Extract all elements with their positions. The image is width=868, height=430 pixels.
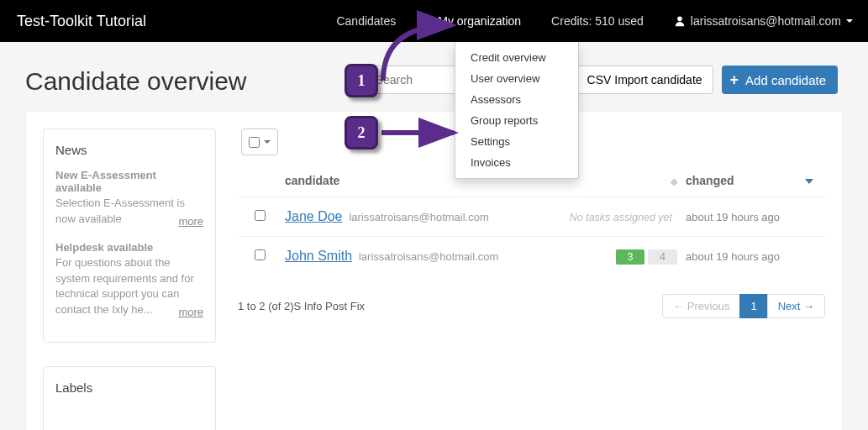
news-item: Helpdesk available For questions about t… [55,241,203,318]
candidate-name-link[interactable]: Jane Doe [285,209,343,223]
candidate-email: larissatroisans@hotmail.com [359,250,498,263]
sort-desc-icon [805,179,813,184]
my-organization-dropdown: Credit overview User overview Assessors … [455,42,579,179]
dropdown-group-reports[interactable]: Group reports [455,110,578,131]
page-next[interactable]: Next → [767,294,825,318]
bulk-select[interactable] [241,128,278,155]
page-prev[interactable]: ← Previous [662,294,740,318]
plus-icon: + [730,72,739,87]
callout-2: 2 [345,116,378,149]
content-card: News New E-Assessment available Selectio… [25,111,843,430]
page-1[interactable]: 1 [739,294,767,318]
news-item-title: New E-Assessment available [55,169,203,194]
nav-user[interactable]: larissatroisans@hotmail.com [659,0,868,42]
arrow-2 [381,126,466,143]
row-checkbox[interactable] [255,249,266,260]
dropdown-assessors[interactable]: Assessors [455,89,578,110]
bulk-select-checkbox[interactable] [249,137,260,148]
csv-import-button[interactable]: CSV Import candidate [576,66,713,94]
table-footer: 1 to 2 (of 2)S Info Post Fix ← Previous … [238,294,825,318]
news-more-link[interactable]: more [178,306,203,318]
left-column: News New E-Assessment available Selectio… [43,128,216,430]
table-row: John Smith larissatroisans@hotmail.com 3… [238,236,825,275]
candidate-name-link[interactable]: John Smith [285,249,352,263]
nav-credits[interactable]: Credits: 510 used [536,0,659,42]
news-panel: News New E-Assessment available Selectio… [43,128,216,343]
candidate-email: larissatroisans@hotmail.com [349,211,488,223]
dropdown-settings[interactable]: Settings [455,131,578,152]
arrow-1 [380,22,472,89]
caret-down-icon [264,140,271,144]
news-item: New E-Assessment available Selection E-A… [55,169,203,228]
brand: Test-Toolkit Tutorial [0,0,163,42]
user-icon [674,15,686,27]
dropdown-invoices[interactable]: Invoices [455,152,578,173]
changed-label: about 19 hours ago [686,211,780,223]
row-checkbox[interactable] [255,210,266,221]
news-heading: News [55,143,203,157]
dropdown-credit-overview[interactable]: Credit overview [455,47,578,68]
caret-down-icon [846,19,853,23]
sort-icon: ◆ [671,176,677,186]
changed-label: about 19 hours ago [686,250,780,263]
tasks-pending-badge[interactable]: 4 [648,249,677,265]
labels-panel: Labels [43,366,216,430]
svg-point-0 [677,17,682,22]
table-row: Jane Doe larissatroisans@hotmail.com No … [238,197,825,236]
add-candidate-label: Add candidate [745,73,826,87]
nav-user-label: larissatroisans@hotmail.com [691,14,841,28]
no-tasks-label: No tasks assigned yet [509,212,677,223]
pagination: ← Previous 1 Next → [663,294,825,318]
col-changed-label: changed [686,174,734,187]
add-candidate-button[interactable]: + Add candidate [722,66,838,94]
tasks-done-badge[interactable]: 3 [616,249,645,265]
labels-heading: Labels [55,380,203,395]
callout-1: 1 [345,64,378,97]
col-changed[interactable]: changed [677,174,820,187]
news-item-title: Helpdesk available [55,241,203,254]
news-more-link[interactable]: more [178,215,203,228]
dropdown-user-overview[interactable]: User overview [455,68,578,89]
range-info: 1 to 2 (of 2)S Info Post Fix [238,300,365,312]
